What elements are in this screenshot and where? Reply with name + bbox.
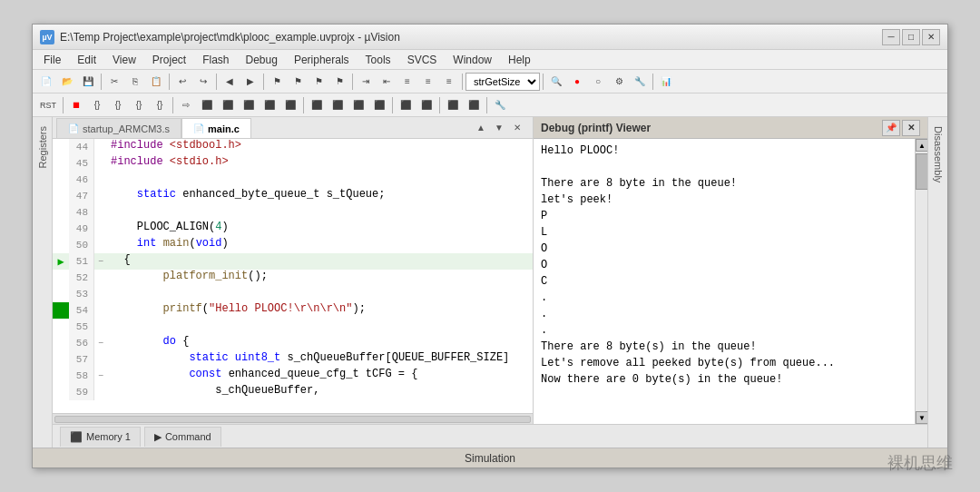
tab-close[interactable]: ✕ bbox=[509, 119, 525, 135]
menu-view[interactable]: View bbox=[105, 52, 143, 68]
tb-cut[interactable]: ✂ bbox=[104, 72, 124, 92]
tab-main-label: main.c bbox=[208, 123, 240, 134]
tb2-dbg1[interactable]: ⬛ bbox=[307, 95, 327, 115]
tb-new[interactable]: 📄 bbox=[36, 72, 56, 92]
tb-b4[interactable]: ⚑ bbox=[329, 72, 349, 92]
tb-b1[interactable]: ⚑ bbox=[267, 72, 287, 92]
memory1-tab[interactable]: ⬛ Memory 1 bbox=[60, 427, 141, 447]
tb2-ext1[interactable]: ⬛ bbox=[396, 95, 416, 115]
tb-b2[interactable]: ⚑ bbox=[288, 72, 308, 92]
code-area[interactable]: 44 #include <stdbool.h> 45 #include <std… bbox=[53, 139, 533, 413]
tb-undo[interactable]: ↩ bbox=[172, 72, 192, 92]
code-line-49: 49 PLOOC_ALIGN(4) bbox=[53, 221, 533, 237]
tab-main[interactable]: 📄 main.c bbox=[181, 118, 251, 138]
h-scrollbar-track[interactable] bbox=[54, 416, 531, 423]
menu-tools[interactable]: Tools bbox=[358, 52, 398, 68]
close-button[interactable]: ✕ bbox=[922, 29, 940, 45]
marker-59 bbox=[53, 384, 69, 400]
menu-window[interactable]: Window bbox=[446, 52, 499, 68]
minimize-button[interactable]: ─ bbox=[882, 29, 900, 45]
expand-48 bbox=[94, 204, 107, 221]
menu-svcs[interactable]: SVCS bbox=[400, 52, 445, 68]
tb2-monitor[interactable]: ⬛ bbox=[464, 95, 484, 115]
tb2-b7[interactable]: ⬛ bbox=[218, 95, 238, 115]
menu-peripherals[interactable]: Peripherals bbox=[287, 52, 357, 68]
tb2-braces1[interactable]: {} bbox=[87, 95, 107, 115]
tb2-dbg4[interactable]: ⬛ bbox=[369, 95, 389, 115]
code-line-46: 46 bbox=[53, 172, 533, 188]
expand-45 bbox=[94, 155, 107, 172]
tab-nav-up[interactable]: ▲ bbox=[473, 119, 489, 135]
tb-redo[interactable]: ↪ bbox=[193, 72, 213, 92]
debug-scroll-down[interactable]: ▼ bbox=[916, 411, 927, 424]
tb-back[interactable]: ◀ bbox=[220, 72, 240, 92]
debug-close-btn[interactable]: ✕ bbox=[902, 120, 920, 136]
tb2-rst[interactable]: RST bbox=[36, 95, 60, 115]
content-45: #include <stdio.h> bbox=[107, 155, 533, 172]
debug-pin-btn[interactable]: 📌 bbox=[882, 120, 900, 136]
separator-3 bbox=[216, 74, 217, 90]
linenum-51: 51 bbox=[69, 253, 94, 270]
tb2-stop[interactable]: ⏹ bbox=[66, 95, 86, 115]
debug-scrollbar-thumb[interactable] bbox=[916, 153, 927, 190]
maximize-button[interactable]: □ bbox=[902, 29, 920, 45]
marker-44 bbox=[53, 139, 69, 155]
debug-scrollbar[interactable]: ▲ ▼ bbox=[915, 139, 927, 424]
content-47: static enhanced_byte_queue_t s_tQueue; bbox=[107, 188, 533, 204]
menu-edit[interactable]: Edit bbox=[70, 52, 103, 68]
tb2-b10[interactable]: ⬛ bbox=[280, 95, 300, 115]
main-area: Registers 📄 startup_ARMCM3.s 📄 main.c bbox=[33, 117, 947, 448]
tb2-braces3[interactable]: {} bbox=[129, 95, 149, 115]
tb2-b5[interactable]: ⇨ bbox=[176, 95, 196, 115]
tb-indent[interactable]: ⇥ bbox=[356, 72, 376, 92]
tb2-dbg3[interactable]: ⬛ bbox=[348, 95, 368, 115]
tab-nav-down[interactable]: ▼ bbox=[491, 119, 507, 135]
tb-extra1[interactable]: 📊 bbox=[656, 72, 676, 92]
tb2-tool[interactable]: 🔧 bbox=[490, 95, 510, 115]
tb-outdent[interactable]: ⇤ bbox=[377, 72, 397, 92]
tb-fmt[interactable]: ≡ bbox=[397, 72, 417, 92]
debug-panel-row: Hello PLOOC! There are 8 byte in the que… bbox=[534, 139, 927, 424]
tb-fmt2[interactable]: ≡ bbox=[418, 72, 438, 92]
tb-red-circle[interactable]: ● bbox=[567, 72, 587, 92]
tb2-braces2[interactable]: {} bbox=[108, 95, 128, 115]
tb2-braces4[interactable]: {} bbox=[150, 95, 170, 115]
marker-58 bbox=[53, 368, 69, 384]
tb-fmt3[interactable]: ≡ bbox=[439, 72, 459, 92]
tb-settings[interactable]: ⚙ bbox=[609, 72, 629, 92]
code-line-47: 47 static enhanced_byte_queue_t s_tQueue… bbox=[53, 188, 533, 204]
separator-7 bbox=[543, 74, 544, 90]
tb2-b6[interactable]: ⬛ bbox=[197, 95, 217, 115]
tb2-disp[interactable]: ⬛ bbox=[443, 95, 463, 115]
tb2-b8[interactable]: ⬛ bbox=[239, 95, 259, 115]
main-file-icon: 📄 bbox=[193, 123, 204, 133]
tb2-dbg2[interactable]: ⬛ bbox=[328, 95, 348, 115]
tb-search[interactable]: 🔍 bbox=[546, 72, 566, 92]
registers-tab[interactable]: Registers bbox=[35, 121, 50, 173]
tb2-ext2[interactable]: ⬛ bbox=[416, 95, 436, 115]
h-scrollbar[interactable] bbox=[53, 413, 533, 424]
tb-save[interactable]: 💾 bbox=[78, 72, 98, 92]
menu-file[interactable]: File bbox=[36, 52, 68, 68]
command-tab[interactable]: ▶ Command bbox=[144, 427, 221, 447]
linenum-48: 48 bbox=[69, 204, 94, 221]
menu-debug[interactable]: Debug bbox=[239, 52, 285, 68]
debug-scroll-up[interactable]: ▲ bbox=[916, 139, 927, 152]
debug-line-13: There are 8 byte(s) in the queue! bbox=[541, 339, 907, 355]
menu-help[interactable]: Help bbox=[501, 52, 538, 68]
memory1-label: Memory 1 bbox=[86, 431, 131, 442]
tb-b3[interactable]: ⚑ bbox=[309, 72, 328, 92]
menu-project[interactable]: Project bbox=[145, 52, 193, 68]
tb-radio[interactable]: ○ bbox=[588, 72, 608, 92]
disassembly-tab[interactable]: Disassembly bbox=[931, 121, 946, 188]
tb-wrench[interactable]: 🔧 bbox=[630, 72, 650, 92]
function-combo[interactable]: strGetSize bbox=[466, 73, 540, 91]
tb-forward[interactable]: ▶ bbox=[240, 72, 260, 92]
tb-paste[interactable]: 📋 bbox=[146, 72, 166, 92]
menu-flash[interactable]: Flash bbox=[195, 52, 236, 68]
tb2-b9[interactable]: ⬛ bbox=[260, 95, 279, 115]
tb-copy[interactable]: ⎘ bbox=[125, 72, 145, 92]
separator-1 bbox=[101, 74, 102, 90]
tab-startup[interactable]: 📄 startup_ARMCM3.s bbox=[56, 118, 181, 138]
tb-open[interactable]: 📂 bbox=[57, 72, 77, 92]
